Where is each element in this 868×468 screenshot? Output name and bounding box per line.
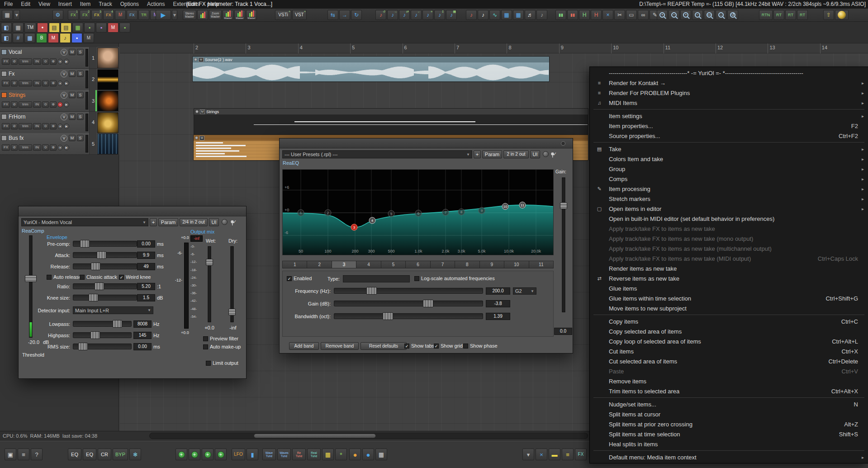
mute-button[interactable]: M <box>69 135 76 141</box>
docker-toggle-icon[interactable]: ▣ <box>5 449 16 460</box>
input-button[interactable]: IN <box>33 80 41 86</box>
fader-thumb[interactable] <box>25 275 37 282</box>
menu-item-default-menu-media-item-context[interactable]: Default menu: Media item context▸ <box>590 452 868 462</box>
param-slider[interactable] <box>73 283 137 289</box>
menu-item-stretch-markers[interactable]: Stretch markers▸ <box>590 194 868 204</box>
checkbox-auto-make-up[interactable]: Auto make-up <box>203 344 241 349</box>
track-panel-vocal[interactable]: VocalVMS1FX⊘trimIN⊙⊕●▶ <box>0 47 119 69</box>
play-button[interactable]: ▶ <box>156 10 171 20</box>
volume-button[interactable]: V <box>61 92 67 99</box>
menu-actions[interactable]: Actions <box>143 0 169 9</box>
track-color-icon[interactable] <box>1 71 7 76</box>
bus-green-button[interactable]: B <box>36 33 47 43</box>
input-monitor-button[interactable]: ⊙ <box>42 80 49 86</box>
blue-x-icon[interactable]: × <box>536 449 547 460</box>
menu-item-item-properties[interactable]: Item properties...F2 <box>590 121 868 131</box>
eq-band-11[interactable]: 11 <box>519 202 526 209</box>
slider-thumb[interactable] <box>80 240 90 248</box>
orange-donut-icon[interactable]: ● <box>349 449 361 460</box>
routing-add-4-icon[interactable]: + <box>215 449 227 460</box>
green-small-2-button[interactable]: ▪ <box>119 23 130 33</box>
input-button[interactable]: IN <box>33 101 41 108</box>
re-tune-button[interactable]: ReTune <box>292 449 306 460</box>
eq-1-button[interactable]: EQ <box>68 449 81 460</box>
blue-small-button[interactable]: ▪ <box>71 33 82 43</box>
track-thumbnail-vocal[interactable] <box>97 48 119 68</box>
wet-knob-icon[interactable] <box>222 219 228 225</box>
timeline-ruler[interactable]: 234567891011121314 <box>120 43 868 53</box>
param-value[interactable]: 145 <box>133 332 152 339</box>
output-gain-fader[interactable] <box>560 177 567 312</box>
menu-file[interactable]: File <box>0 0 17 9</box>
checkbox-show-phase[interactable]: Show phase <box>463 343 498 349</box>
eq-band-8[interactable]: 8 <box>458 209 465 215</box>
note-dropdown[interactable]: G2▼ <box>513 287 536 295</box>
band-tab-11[interactable]: 11 <box>529 261 554 268</box>
master-meter-3-button[interactable]: Master <box>234 10 245 20</box>
solo-button[interactable]: S <box>77 114 84 120</box>
track-name[interactable]: Vocal <box>9 49 22 55</box>
menu-item-group[interactable]: Group▸ <box>590 164 868 174</box>
rt1-button[interactable]: RT <box>773 10 784 20</box>
menu-item-render-for-kontakt[interactable]: ≡Render for Kontakt →▸ <box>590 78 868 88</box>
param-slider[interactable] <box>73 321 132 327</box>
record-arm-button[interactable]: ● <box>57 81 63 86</box>
eq-graph[interactable]: 501002003005001.0k2.0k3.0k5.0k10.0k20.0k… <box>282 169 554 255</box>
dock-grid-icon[interactable]: ▦ <box>13 23 24 33</box>
hash-grid-icon[interactable]: # <box>13 33 24 43</box>
input-button[interactable]: IN <box>33 123 41 129</box>
grid-yellow-icon[interactable]: ▦ <box>322 449 334 460</box>
menu-item-paste[interactable]: PasteCtrl+V <box>590 366 868 376</box>
fx-preset-3-button[interactable]: FX3 <box>91 10 102 20</box>
param-slider[interactable] <box>73 332 132 338</box>
track-number[interactable]: 5 <box>89 133 97 154</box>
dock-pane-2-icon[interactable]: ◧ <box>1 33 12 43</box>
real-tune-button[interactable]: RealTune <box>307 449 321 460</box>
menu-item-copy-items[interactable]: Copy itemsCtrl+C <box>590 316 868 326</box>
routing-button[interactable]: ⊕ <box>50 144 57 151</box>
slider-thumb[interactable] <box>366 287 377 295</box>
note-right-icon[interactable]: ♪→ <box>387 10 398 20</box>
record-arm-button[interactable]: ● <box>57 59 63 64</box>
grid-green-button[interactable]: ▦ <box>72 23 83 33</box>
solo-button[interactable]: S <box>77 49 84 55</box>
menu-view[interactable]: View <box>34 0 54 9</box>
menu-item-apply-track-take-fx-to-items-as-new-take[interactable]: Apply track/take FX to items as new take <box>590 224 868 234</box>
trim-button[interactable]: trim <box>19 58 32 65</box>
collapse-icon[interactable]: ▾ <box>522 449 534 460</box>
trim-button[interactable]: trim <box>19 144 32 151</box>
record-red-button[interactable]: ● <box>37 23 48 33</box>
solo-button[interactable]: S <box>77 92 84 98</box>
param-value[interactable]: 0.00 <box>137 240 155 248</box>
menu-item-colors-item-and-take[interactable]: Colors Item and take▸ <box>590 154 868 164</box>
routing-button[interactable]: ⊕ <box>50 80 57 86</box>
reaeq-titlebar[interactable]: VST: ReaEQ (Cockos) - Track 1 "Vocal" <box>280 138 573 148</box>
track-thumbnail-frhorn[interactable] <box>97 112 119 133</box>
checkbox-show-grid[interactable]: ✓Show grid <box>434 343 463 349</box>
zoom-undo-icon[interactable]: ↺ <box>727 10 738 20</box>
menu-item-glue-items[interactable]: Glue items <box>590 283 868 293</box>
list-yellow-icon[interactable]: ≡ <box>562 449 574 460</box>
notes-icon[interactable]: ♬ <box>525 10 536 20</box>
menu-item-trim-items-to-selected-area[interactable]: Trim items to selected areaCtrl+Alt+X <box>590 386 868 396</box>
menu-item-item-settings[interactable]: Item settings▸ <box>590 111 868 121</box>
freeze-icon[interactable]: ❄ <box>129 449 141 460</box>
rtn-button[interactable]: RTN <box>759 10 773 20</box>
fx-bypass-button[interactable]: ⊘ <box>11 123 18 129</box>
track-name[interactable]: Fx <box>9 71 14 77</box>
volume-button[interactable]: V <box>61 49 67 56</box>
mute-button[interactable]: M <box>69 92 76 98</box>
horizontal-scrollbar[interactable] <box>149 433 588 439</box>
track-panel-strings[interactable]: StringsVMS3FX⊘trimIN⊙⊕●▶ <box>0 90 119 112</box>
band-tab-3[interactable]: 3 <box>332 261 356 268</box>
routing-add-2-icon[interactable]: + <box>189 449 200 460</box>
arrow-right-icon[interactable]: → <box>339 10 350 20</box>
slider-thumb[interactable] <box>95 282 104 290</box>
band-tab-4[interactable]: 4 <box>356 261 381 268</box>
reacomp-save-preset-button[interactable]: + <box>150 218 157 226</box>
reacomp-preset-dropdown[interactable]: YuriOl - Modern Vocal▼ <box>21 218 148 226</box>
band-tab-6[interactable]: 6 <box>406 261 430 268</box>
solo-button[interactable]: S <box>77 71 84 77</box>
param-value[interactable]: -3.8 <box>486 300 510 307</box>
fx-chain-icon[interactable]: FX <box>575 449 587 460</box>
